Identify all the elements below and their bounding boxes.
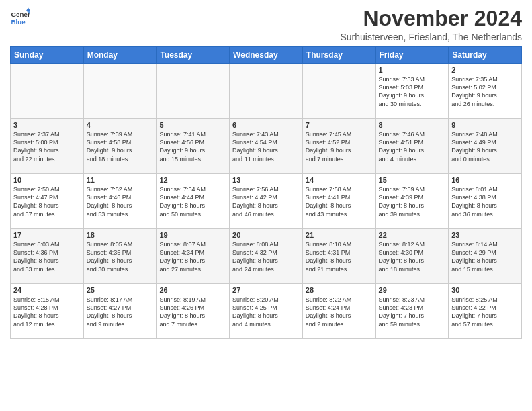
calendar-week-row: 24Sunrise: 8:15 AM Sunset: 4:28 PM Dayli… xyxy=(11,284,522,339)
day-number: 25 xyxy=(87,286,154,294)
day-info: Sunrise: 8:08 AM Sunset: 4:32 PM Dayligh… xyxy=(232,240,300,273)
calendar-cell: 5Sunrise: 7:41 AM Sunset: 4:56 PM Daylig… xyxy=(157,119,230,174)
svg-text:Blue: Blue xyxy=(11,18,26,26)
calendar-cell: 3Sunrise: 7:37 AM Sunset: 5:00 PM Daylig… xyxy=(11,119,84,174)
calendar-cell: 7Sunrise: 7:45 AM Sunset: 4:52 PM Daylig… xyxy=(302,119,375,174)
day-info: Sunrise: 8:03 AM Sunset: 4:36 PM Dayligh… xyxy=(13,240,81,273)
svg-marker-2 xyxy=(26,8,30,11)
calendar-cell: 16Sunrise: 8:01 AM Sunset: 4:38 PM Dayli… xyxy=(449,174,522,229)
day-number: 9 xyxy=(451,121,519,129)
header-section: General Blue November 2024 Surhuistervee… xyxy=(10,7,522,42)
day-number: 1 xyxy=(379,66,446,74)
calendar-cell: 11Sunrise: 7:52 AM Sunset: 4:46 PM Dayli… xyxy=(83,174,157,229)
location-subtitle: Surhuisterveen, Friesland, The Netherlan… xyxy=(340,32,522,42)
day-info: Sunrise: 7:39 AM Sunset: 4:58 PM Dayligh… xyxy=(87,130,154,163)
calendar-cell: 6Sunrise: 7:43 AM Sunset: 4:54 PM Daylig… xyxy=(230,119,303,174)
calendar-week-row: 1Sunrise: 7:33 AM Sunset: 5:03 PM Daylig… xyxy=(11,64,522,119)
day-info: Sunrise: 8:14 AM Sunset: 4:29 PM Dayligh… xyxy=(451,240,519,273)
day-number: 11 xyxy=(87,176,154,184)
weekday-header: Tuesday xyxy=(157,47,230,64)
calendar-cell: 8Sunrise: 7:46 AM Sunset: 4:51 PM Daylig… xyxy=(375,119,449,174)
calendar-cell: 27Sunrise: 8:20 AM Sunset: 4:25 PM Dayli… xyxy=(230,284,303,339)
day-info: Sunrise: 8:22 AM Sunset: 4:24 PM Dayligh… xyxy=(306,295,373,328)
weekday-header: Saturday xyxy=(449,47,522,64)
day-number: 2 xyxy=(451,66,519,74)
day-number: 3 xyxy=(13,121,81,129)
calendar-cell: 28Sunrise: 8:22 AM Sunset: 4:24 PM Dayli… xyxy=(302,284,375,339)
day-number: 29 xyxy=(379,286,446,294)
day-number: 27 xyxy=(232,286,300,294)
calendar-week-row: 17Sunrise: 8:03 AM Sunset: 4:36 PM Dayli… xyxy=(11,229,522,284)
day-number: 17 xyxy=(13,231,81,239)
weekday-header-row: SundayMondayTuesdayWednesdayThursdayFrid… xyxy=(11,47,522,64)
weekday-header: Wednesday xyxy=(230,47,303,64)
calendar-cell: 30Sunrise: 8:25 AM Sunset: 4:22 PM Dayli… xyxy=(449,284,522,339)
day-info: Sunrise: 8:20 AM Sunset: 4:25 PM Dayligh… xyxy=(232,295,300,328)
calendar-table: SundayMondayTuesdayWednesdayThursdayFrid… xyxy=(10,46,522,339)
day-info: Sunrise: 8:15 AM Sunset: 4:28 PM Dayligh… xyxy=(13,295,81,328)
calendar-week-row: 3Sunrise: 7:37 AM Sunset: 5:00 PM Daylig… xyxy=(11,119,522,174)
calendar-cell xyxy=(11,64,84,119)
day-info: Sunrise: 7:41 AM Sunset: 4:56 PM Dayligh… xyxy=(159,130,226,163)
day-info: Sunrise: 8:12 AM Sunset: 4:30 PM Dayligh… xyxy=(379,240,446,273)
day-number: 8 xyxy=(379,121,446,129)
day-info: Sunrise: 7:59 AM Sunset: 4:39 PM Dayligh… xyxy=(379,185,446,218)
weekday-header: Thursday xyxy=(302,47,375,64)
day-info: Sunrise: 7:52 AM Sunset: 4:46 PM Dayligh… xyxy=(87,185,154,218)
calendar-cell: 14Sunrise: 7:58 AM Sunset: 4:41 PM Dayli… xyxy=(302,174,375,229)
calendar-cell: 12Sunrise: 7:54 AM Sunset: 4:44 PM Dayli… xyxy=(157,174,230,229)
day-info: Sunrise: 7:54 AM Sunset: 4:44 PM Dayligh… xyxy=(159,185,226,218)
day-number: 10 xyxy=(13,176,81,184)
calendar-cell: 15Sunrise: 7:59 AM Sunset: 4:39 PM Dayli… xyxy=(375,174,449,229)
day-number: 21 xyxy=(306,231,373,239)
calendar-cell: 20Sunrise: 8:08 AM Sunset: 4:32 PM Dayli… xyxy=(230,229,303,284)
day-info: Sunrise: 8:01 AM Sunset: 4:38 PM Dayligh… xyxy=(451,185,519,218)
day-number: 4 xyxy=(87,121,154,129)
day-number: 26 xyxy=(159,286,226,294)
day-info: Sunrise: 7:33 AM Sunset: 5:03 PM Dayligh… xyxy=(379,75,446,108)
day-number: 30 xyxy=(451,286,519,294)
day-number: 12 xyxy=(159,176,226,184)
weekday-header: Monday xyxy=(83,47,157,64)
calendar-cell: 10Sunrise: 7:50 AM Sunset: 4:47 PM Dayli… xyxy=(11,174,84,229)
calendar-week-row: 10Sunrise: 7:50 AM Sunset: 4:47 PM Dayli… xyxy=(11,174,522,229)
page-container: General Blue November 2024 Surhuistervee… xyxy=(0,0,532,345)
day-info: Sunrise: 8:05 AM Sunset: 4:35 PM Dayligh… xyxy=(87,240,154,273)
day-info: Sunrise: 8:25 AM Sunset: 4:22 PM Dayligh… xyxy=(451,295,519,328)
day-info: Sunrise: 7:58 AM Sunset: 4:41 PM Dayligh… xyxy=(306,185,373,218)
calendar-cell: 18Sunrise: 8:05 AM Sunset: 4:35 PM Dayli… xyxy=(83,229,157,284)
day-number: 13 xyxy=(232,176,300,184)
day-number: 20 xyxy=(232,231,300,239)
day-number: 18 xyxy=(87,231,154,239)
calendar-cell: 21Sunrise: 8:10 AM Sunset: 4:31 PM Dayli… xyxy=(302,229,375,284)
calendar-cell: 2Sunrise: 7:35 AM Sunset: 5:02 PM Daylig… xyxy=(449,64,522,119)
weekday-header: Sunday xyxy=(11,47,84,64)
calendar-cell: 22Sunrise: 8:12 AM Sunset: 4:30 PM Dayli… xyxy=(375,229,449,284)
day-number: 15 xyxy=(379,176,446,184)
month-title: November 2024 xyxy=(340,7,522,30)
day-number: 16 xyxy=(451,176,519,184)
day-info: Sunrise: 8:19 AM Sunset: 4:26 PM Dayligh… xyxy=(159,295,226,328)
day-info: Sunrise: 7:46 AM Sunset: 4:51 PM Dayligh… xyxy=(379,130,446,163)
calendar-cell: 1Sunrise: 7:33 AM Sunset: 5:03 PM Daylig… xyxy=(375,64,449,119)
day-number: 6 xyxy=(232,121,300,129)
day-info: Sunrise: 7:56 AM Sunset: 4:42 PM Dayligh… xyxy=(232,185,300,218)
calendar-cell xyxy=(230,64,303,119)
day-info: Sunrise: 8:07 AM Sunset: 4:34 PM Dayligh… xyxy=(159,240,226,273)
day-number: 28 xyxy=(306,286,373,294)
calendar-cell: 26Sunrise: 8:19 AM Sunset: 4:26 PM Dayli… xyxy=(157,284,230,339)
day-number: 19 xyxy=(159,231,226,239)
weekday-header: Friday xyxy=(375,47,449,64)
calendar-cell: 23Sunrise: 8:14 AM Sunset: 4:29 PM Dayli… xyxy=(449,229,522,284)
calendar-cell: 4Sunrise: 7:39 AM Sunset: 4:58 PM Daylig… xyxy=(83,119,157,174)
calendar-cell: 24Sunrise: 8:15 AM Sunset: 4:28 PM Dayli… xyxy=(11,284,84,339)
day-info: Sunrise: 7:50 AM Sunset: 4:47 PM Dayligh… xyxy=(13,185,81,218)
calendar-cell: 25Sunrise: 8:17 AM Sunset: 4:27 PM Dayli… xyxy=(83,284,157,339)
day-info: Sunrise: 7:48 AM Sunset: 4:49 PM Dayligh… xyxy=(451,130,519,163)
day-number: 7 xyxy=(306,121,373,129)
calendar-cell: 9Sunrise: 7:48 AM Sunset: 4:49 PM Daylig… xyxy=(449,119,522,174)
calendar-cell: 13Sunrise: 7:56 AM Sunset: 4:42 PM Dayli… xyxy=(230,174,303,229)
day-info: Sunrise: 7:35 AM Sunset: 5:02 PM Dayligh… xyxy=(451,75,519,108)
calendar-cell xyxy=(302,64,375,119)
day-number: 23 xyxy=(451,231,519,239)
